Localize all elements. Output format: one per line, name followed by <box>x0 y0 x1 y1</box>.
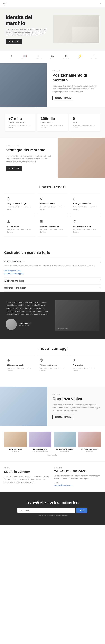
accordion-link-maintenance[interactable]: Maintenance and support <box>4 273 101 274</box>
vantaggio-desc-2: Sample text, Click to select the Text El… <box>73 367 98 372</box>
testimonial-section: Veniam pulvinar diam. Feugiat quis liber… <box>0 292 105 339</box>
accordion-closed-icon-2: + <box>99 286 101 290</box>
team-section: BERTIE NORTON Segretario PALLA DI MATTE … <box>0 426 105 462</box>
icon-label-2: CONTENT <box>35 58 42 60</box>
accordion-item-2[interactable]: Maintenance and support + <box>4 284 101 292</box>
team-card-0: BERTIE NORTON Segretario <box>4 432 27 452</box>
contatto-section: CONTATTI Mettiti in contatto Lorem ipsum… <box>0 462 105 492</box>
servizi-section: I nostri servizi ⬡ Progettazione del log… <box>0 178 105 244</box>
hero-section: Identità del marchio Lorem ipsum dolor s… <box>0 7 105 51</box>
servizio-desc-0: Sample text, Click to select the Text El… <box>7 206 32 211</box>
team-card-1: PALLA DI MATTE Responsabile dell'Ufficio <box>29 432 52 452</box>
icon-item-6[interactable]: ⊟ CONTENT <box>91 54 97 60</box>
strategia-label: COSA FACCIAMO <box>5 145 52 146</box>
team-name-0: BERTIE NORTON <box>4 448 27 450</box>
costruire-section: Costruire un marchio forte Research and … <box>0 244 105 292</box>
stat-item-2: 9 Paesi Sample text, Click to select the… <box>69 114 100 131</box>
coerenza-label: CHI SIAMO <box>52 394 100 395</box>
icon-item-2[interactable]: ✔ CONTENT <box>35 54 42 60</box>
newsletter-footer: Completa i Clicca per selezionare il tes… <box>5 515 100 516</box>
accordion-link-wireframes[interactable]: Wireframes and design <box>4 270 101 272</box>
newsletter-email-input[interactable] <box>17 508 75 513</box>
contatto-text: Lorem ipsum dolor sit amet, consectetur … <box>4 475 51 484</box>
stat-desc-2: Sample text, Click to select the Text El… <box>73 124 97 128</box>
stat-label-0: Progetti in tutto il mondo <box>8 122 32 124</box>
newsletter-form: Inviare <box>17 508 88 513</box>
team-role-3: Segretario <box>78 450 101 452</box>
icon-label-0: CONTENT <box>8 58 14 60</box>
team-avatar-0 <box>4 432 27 447</box>
contatto-right: CHIAMACI Tel: +1 (324) 987-56-54 Lorem i… <box>54 467 101 486</box>
stat-label-1: Clienti soddisfatti <box>41 122 64 124</box>
icon-label-6: CONTENT <box>91 58 97 60</box>
servizio-icon-3: ◉ <box>7 219 32 224</box>
icon-label-3: CONTENT <box>49 58 56 60</box>
accordion-title-0: Research and strategy <box>4 260 24 262</box>
strategia-text: Lorem ipsum dolor sit amet, consectetur … <box>5 155 52 163</box>
servizio-name-4: Creazione di contenuti <box>40 225 65 227</box>
servizi-title: I nostri servizi <box>4 185 101 189</box>
servizio-card-0: ⬡ Progettazione del logo Sample text, Cl… <box>4 194 35 214</box>
accordion-item-1[interactable]: Wireframes and design + <box>4 278 101 284</box>
vantaggio-icon-0: ◈ <box>7 358 32 362</box>
team-name-1: PALLA DI MATTE <box>29 448 52 450</box>
servizio-card-4: ⊞ Creazione di contenuti Sample text, Cl… <box>37 216 68 236</box>
servizio-card-3: ◉ Identità visiva Sample text, Click to … <box>4 216 35 236</box>
icon-item-5[interactable]: ⚡ CONTENT <box>77 54 84 60</box>
servizio-name-2: Strategia del marchio <box>73 202 98 204</box>
stats-section: +7 mila Progetti in tutto il mondo Sampl… <box>0 107 105 138</box>
stat-number-1: 100mila <box>41 116 64 121</box>
stat-desc-0: Sample text, Click to select the Text El… <box>8 124 32 128</box>
chi-siamo-image <box>0 63 47 107</box>
coerenza-button[interactable]: ESPLORA I DETTAGLI <box>52 415 74 419</box>
hero-cta-button[interactable]: SCOPRI ORA <box>5 39 22 44</box>
testimonial-image: Immagine di Foto <box>55 300 100 331</box>
chi-siamo-label: CHI SIAMO <box>52 70 100 72</box>
servizio-icon-2: ⊛ <box>73 197 98 201</box>
servizio-desc-4: Sample text, Click to select the Text El… <box>40 228 65 233</box>
team-grid: BERTIE NORTON Segretario PALLA DI MATTE … <box>4 432 101 452</box>
icons-bar: ☽ CONTENT 📖 CONTENT ✔ CONTENT ◎ CONTENT … <box>0 51 105 63</box>
newsletter-section: Iscriviti alla nostra mailing list Invia… <box>0 492 105 525</box>
icon-item-1[interactable]: 📖 CONTENT <box>21 54 28 60</box>
coerenza-content: CHI SIAMO Coerenza visiva Lorem ipsum do… <box>47 386 105 426</box>
chi-siamo-button[interactable]: ESPLORA I DETTAGLI <box>52 96 74 100</box>
servizio-icon-4: ⊞ <box>40 219 65 224</box>
team-avatar-1 <box>29 432 52 447</box>
contatto-left: CONTATTI Mettiti in contatto Lorem ipsum… <box>4 467 51 486</box>
servizio-card-1: ◈ Ricerca di mercato Sample text, Click … <box>37 194 68 214</box>
navbar: logo ≡ <box>0 0 105 7</box>
accordion-open-icon-0: + <box>99 260 101 263</box>
menu-icon[interactable]: ≡ <box>100 2 102 5</box>
content-icon-1: 📖 <box>23 54 27 58</box>
team-role-2: Vicepresidente <box>54 450 76 452</box>
stat-desc-1: Sample text, Click to select the Text El… <box>41 124 64 128</box>
team-name-3: LA MIA VITA È BELLA <box>78 448 101 450</box>
vantaggio-card-2: ★ Alta qualità Sample text, Click to sel… <box>70 355 101 375</box>
team-role-1: Responsabile dell'Ufficio <box>29 450 52 452</box>
team-image-note: Immagine da Foto <box>4 454 101 456</box>
coerenza-section: CHI SIAMO Coerenza visiva Lorem ipsum do… <box>0 386 105 426</box>
vantaggio-desc-0: Sample text, Click to select the Text El… <box>7 367 32 372</box>
contatto-title: Mettiti in contatto <box>4 470 51 474</box>
testimonial-image-note: Immagine di Foto <box>57 328 68 330</box>
icon-item-0[interactable]: ☽ CONTENT <box>8 54 14 60</box>
icon-item-4[interactable]: ⊞ CONTENT <box>63 54 70 60</box>
servizio-card-2: ⊛ Strategia del marchio Sample text, Cli… <box>70 194 101 214</box>
icon-item-3[interactable]: ◎ CONTENT <box>49 54 56 60</box>
hero-text: Lorem ipsum dolor sit amet, consectetur … <box>5 28 49 36</box>
accordion-closed-icon-1: + <box>99 280 101 282</box>
hero-content: Identità del marchio Lorem ipsum dolor s… <box>5 14 49 44</box>
stat-item-0: +7 mila Progetti in tutto il mondo Sampl… <box>5 114 36 131</box>
vantaggio-name-1: Risparmio di tempo <box>40 364 65 366</box>
servizi-grid: ⬡ Progettazione del logo Sample text, Cl… <box>4 194 101 236</box>
email-label: E-MAIL <box>54 482 101 483</box>
vantaggio-card-0: ◈ Efficienza dei costi Sample text, Clic… <box>4 355 35 375</box>
servizio-icon-0: ⬡ <box>7 197 32 201</box>
coerenza-text: Lorem ipsum dolor sit amet, consectetur … <box>52 404 100 412</box>
strategia-button[interactable]: SCOPRI ORA <box>5 166 22 171</box>
servizio-name-0: Progettazione del logo <box>7 202 32 204</box>
testimonial-avatar <box>5 319 17 330</box>
accordion-toggle-0[interactable]: Research and strategy + <box>4 260 101 263</box>
newsletter-submit-button[interactable]: Inviare <box>76 508 88 513</box>
